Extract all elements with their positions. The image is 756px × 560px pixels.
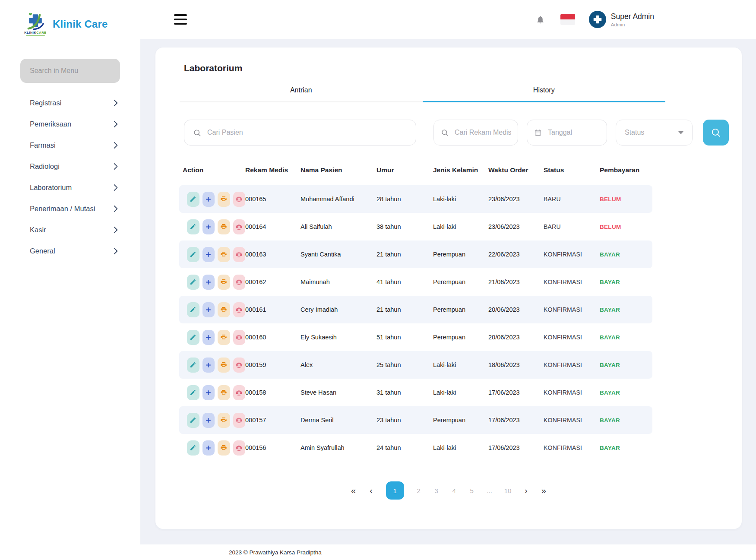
pagination-item[interactable]: 2 bbox=[416, 487, 422, 494]
pagination-item[interactable]: › bbox=[523, 486, 529, 496]
pagination-item[interactable]: 4 bbox=[451, 487, 457, 494]
printer-icon bbox=[220, 417, 227, 424]
lab-scales-button[interactable] bbox=[233, 247, 246, 262]
pagination-item[interactable]: ... bbox=[487, 487, 493, 494]
print-button[interactable] bbox=[218, 219, 230, 234]
rekam-medis-cell: 000159 bbox=[245, 361, 301, 368]
lab-scales-button[interactable] bbox=[233, 330, 246, 345]
rekam-medis-cell: 000157 bbox=[245, 417, 301, 424]
edit-button[interactable] bbox=[187, 302, 199, 317]
nama-pasien-cell: Ali Saifulah bbox=[301, 223, 376, 230]
tanggal-picker[interactable]: Tanggal bbox=[527, 120, 607, 146]
pagination-item[interactable]: 1 bbox=[386, 481, 404, 500]
waktu-order-cell: 21/06/2023 bbox=[488, 278, 544, 285]
plus-icon bbox=[205, 307, 212, 313]
pencil-icon bbox=[190, 306, 196, 313]
nama-pasien-cell: Derma Seril bbox=[301, 417, 376, 424]
sidebar-menu-item[interactable]: Radiologi bbox=[0, 156, 140, 177]
user-avatar[interactable] bbox=[589, 11, 606, 28]
print-button[interactable] bbox=[218, 302, 230, 317]
col-jenis-kelamin: Jenis Kelamin bbox=[433, 166, 488, 174]
edit-button[interactable] bbox=[187, 219, 199, 234]
tab-antrian[interactable]: Antrian bbox=[180, 86, 423, 102]
edit-button[interactable] bbox=[187, 440, 199, 456]
jenis-kelamin-cell: Perempuan bbox=[433, 306, 488, 313]
add-button[interactable] bbox=[202, 413, 215, 428]
pagination-item[interactable]: ‹ bbox=[368, 486, 374, 496]
nama-pasien-cell: Cery Imadiah bbox=[301, 306, 376, 313]
add-button[interactable] bbox=[202, 275, 215, 290]
sidebar-search-input[interactable] bbox=[20, 59, 120, 83]
lab-scales-button[interactable] bbox=[233, 302, 246, 317]
add-button[interactable] bbox=[202, 192, 215, 207]
cari-rekam-medis-input[interactable] bbox=[455, 129, 511, 136]
sidebar-menu-item[interactable]: Laboratorium bbox=[0, 177, 140, 198]
jenis-kelamin-cell: Perempuan bbox=[433, 251, 488, 258]
scales-icon bbox=[235, 251, 243, 258]
col-umur: Umur bbox=[376, 166, 433, 174]
lab-scales-button[interactable] bbox=[233, 219, 246, 234]
add-button[interactable] bbox=[202, 330, 215, 345]
row-actions bbox=[187, 330, 245, 345]
print-button[interactable] bbox=[218, 440, 230, 456]
add-button[interactable] bbox=[202, 440, 215, 456]
add-button[interactable] bbox=[202, 358, 215, 373]
tab-bar: Antrian History bbox=[180, 86, 665, 102]
edit-button[interactable] bbox=[187, 275, 199, 290]
logo-tagline-line bbox=[26, 35, 45, 36]
cari-pasien-input[interactable] bbox=[207, 129, 407, 136]
edit-button[interactable] bbox=[187, 413, 199, 428]
rekam-medis-cell: 000158 bbox=[245, 389, 301, 396]
print-button[interactable] bbox=[218, 413, 230, 428]
pagination-item[interactable]: 10 bbox=[504, 487, 512, 494]
edit-button[interactable] bbox=[187, 247, 199, 262]
row-actions bbox=[187, 275, 245, 290]
sidebar-menu-item[interactable]: General bbox=[0, 240, 140, 262]
print-button[interactable] bbox=[218, 385, 230, 400]
add-button[interactable] bbox=[202, 302, 215, 317]
edit-button[interactable] bbox=[187, 358, 199, 373]
user-info[interactable]: Super Admin Admin bbox=[611, 12, 654, 27]
lab-scales-button[interactable] bbox=[233, 192, 246, 207]
notification-bell-icon[interactable] bbox=[536, 15, 545, 24]
edit-button[interactable] bbox=[187, 192, 199, 207]
lab-scales-button[interactable] bbox=[233, 385, 246, 400]
col-pembayaran: Pembayaran bbox=[600, 166, 652, 174]
edit-button[interactable] bbox=[187, 385, 199, 400]
pagination-item[interactable]: « bbox=[351, 486, 357, 496]
edit-button[interactable] bbox=[187, 330, 199, 345]
search-submit-button[interactable] bbox=[703, 120, 729, 146]
tab-history[interactable]: History bbox=[423, 86, 666, 102]
hamburger-menu-icon[interactable] bbox=[174, 12, 187, 28]
status-cell: KONFIRMASI bbox=[544, 306, 600, 313]
lab-scales-button[interactable] bbox=[233, 358, 246, 373]
add-button[interactable] bbox=[202, 247, 215, 262]
lab-scales-button[interactable] bbox=[233, 413, 246, 428]
lab-scales-button[interactable] bbox=[233, 275, 246, 290]
print-button[interactable] bbox=[218, 192, 230, 207]
pencil-icon bbox=[190, 361, 196, 368]
sidebar-menu-item[interactable]: Farmasi bbox=[0, 135, 140, 156]
status-dropdown[interactable]: Status bbox=[616, 120, 693, 146]
print-button[interactable] bbox=[218, 275, 230, 290]
pagination-item[interactable]: » bbox=[541, 486, 547, 496]
row-actions bbox=[187, 413, 245, 428]
print-button[interactable] bbox=[218, 358, 230, 373]
indonesia-flag-icon[interactable] bbox=[560, 14, 575, 25]
pagination-item[interactable]: 3 bbox=[433, 487, 440, 494]
jenis-kelamin-cell: Laki-laki bbox=[433, 196, 488, 202]
print-button[interactable] bbox=[218, 247, 230, 262]
sidebar-menu-item[interactable]: Kasir bbox=[0, 219, 140, 240]
sidebar-menu-item[interactable]: Registrasi bbox=[0, 92, 140, 114]
lab-scales-button[interactable] bbox=[233, 440, 246, 456]
sidebar-menu-item[interactable]: Pemeriksaan bbox=[0, 114, 140, 135]
add-button[interactable] bbox=[202, 385, 215, 400]
scales-icon bbox=[235, 444, 243, 452]
col-rekam-medis: Rekam Medis bbox=[245, 166, 301, 174]
pembayaran-cell: BAYAR bbox=[600, 417, 652, 424]
sidebar-menu-item[interactable]: Penerimaan / Mutasi bbox=[0, 198, 140, 219]
printer-icon bbox=[220, 196, 227, 202]
add-button[interactable] bbox=[202, 219, 215, 234]
print-button[interactable] bbox=[218, 330, 230, 345]
pagination-item[interactable]: 5 bbox=[469, 487, 475, 494]
